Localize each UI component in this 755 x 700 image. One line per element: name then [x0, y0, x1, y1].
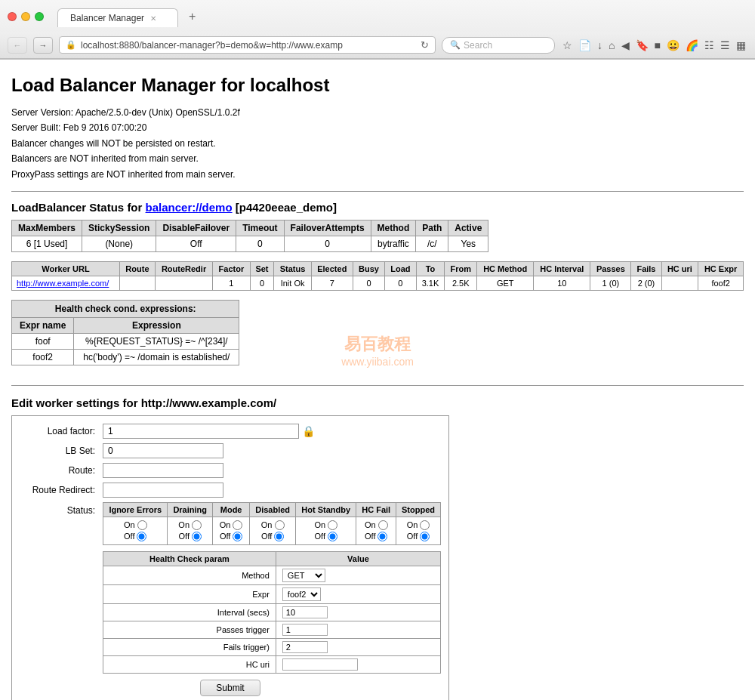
home-icon[interactable]: ⌂: [607, 38, 616, 53]
worker-factor: 1: [213, 276, 250, 290]
face-icon[interactable]: 😀: [665, 38, 681, 53]
cell-stickysession: (None): [82, 236, 156, 251]
col-stickysession: StickySession: [82, 220, 156, 236]
status-radio-row: On Off On Off: [103, 517, 441, 544]
hc-row-2: foof2 hc('body') =~ /domain is establish…: [12, 349, 239, 365]
hotstandby-on[interactable]: [328, 520, 337, 530]
sidebar-icon[interactable]: ▦: [735, 38, 747, 53]
draining-group: On Off: [174, 520, 206, 541]
back-button[interactable]: ←: [8, 37, 27, 54]
lock-icon: 🔒: [302, 425, 315, 437]
hcp-interval-input[interactable]: [282, 606, 328, 618]
col-path: Path: [416, 220, 448, 236]
worker-passes: 1 (0): [590, 276, 631, 290]
back2-icon[interactable]: ◀: [620, 38, 631, 53]
toolbar-icons: ☆ 📄 ↓ ⌂ ◀ 🔖 ■ 😀 🌈 ☷ ☰ ▦: [561, 38, 747, 53]
downloads-icon[interactable]: ↓: [596, 38, 604, 53]
hcp-method-select[interactable]: GET POST HEAD: [282, 569, 325, 582]
hotstandby-group: On Off: [302, 520, 350, 541]
reload-button[interactable]: ↻: [421, 39, 429, 51]
route-redirect-row: Route Redirect:: [20, 483, 441, 498]
sh-stopped: Stopped: [396, 502, 441, 517]
edit-title: Edit worker settings for http://www.exam…: [11, 396, 744, 409]
color-icon[interactable]: 🌈: [684, 38, 700, 53]
hcp-passes-row: Passes trigger: [103, 621, 441, 638]
mode-off[interactable]: [233, 532, 242, 541]
search-box[interactable]: 🔍 Search: [442, 37, 555, 54]
hcfail-on[interactable]: [378, 520, 388, 530]
hc-table: Expr name Expression foof %{REQUEST_STAT…: [11, 317, 239, 365]
wh-passes: Passes: [590, 261, 631, 276]
worker-from: 2.5K: [445, 276, 477, 290]
status-row: Status: Ignore Errors Draining Mode Disa…: [20, 502, 441, 674]
server-built: Server Built: Feb 9 2016 07:00:20: [11, 120, 744, 135]
hcp-interval-label: Interval (secs): [103, 603, 276, 621]
lb-set-label: LB Set:: [20, 446, 103, 456]
wh-url: Worker URL: [12, 261, 120, 276]
notice-2: Balancers are NOT inherited from main se…: [11, 151, 744, 166]
active-tab[interactable]: Balancer Manager ✕: [57, 8, 178, 27]
draining-off[interactable]: [192, 532, 202, 541]
bookmark-icon[interactable]: ☆: [561, 38, 574, 53]
ignore-errors-on[interactable]: [137, 520, 147, 530]
minimize-button[interactable]: [21, 12, 30, 21]
hcp-method-row: Method GET POST HEAD: [103, 566, 441, 584]
sh-hcfail: HC Fail: [356, 502, 396, 517]
balancer-section-title: LoadBalancer Status for balancer://demo …: [11, 201, 744, 214]
hcp-expr-select[interactable]: foof2 foof: [282, 587, 321, 601]
hcfail-group: On Off: [362, 520, 390, 541]
disabled-off[interactable]: [274, 532, 284, 541]
close-button[interactable]: [8, 12, 17, 21]
hc-param-table: Health Check param Value Method GET POST: [103, 551, 441, 674]
hcp-interval-row: Interval (secs): [103, 603, 441, 621]
draining-on[interactable]: [192, 520, 202, 530]
hcp-expr-row: Expr foof2 foof: [103, 584, 441, 603]
menu-icon[interactable]: ☰: [719, 38, 732, 53]
worker-status: Init Ok: [274, 276, 311, 290]
hcp-fails-input[interactable]: [282, 641, 328, 653]
grid-icon[interactable]: ☷: [703, 38, 716, 53]
worker-route: [120, 276, 156, 290]
history-icon[interactable]: 📄: [577, 38, 593, 53]
hotstandby-off[interactable]: [328, 532, 337, 541]
wh-route: Route: [120, 261, 156, 276]
submit-button[interactable]: Submit: [200, 680, 260, 696]
cell-disablefailover: Off: [156, 236, 236, 251]
hcp-passes-input[interactable]: [282, 624, 328, 636]
titlebar: Balancer Manager ✕ +: [0, 0, 755, 32]
hc-col-expr: Expression: [74, 317, 239, 333]
worker-url-link[interactable]: http://www.example.com/: [17, 279, 109, 288]
wh-busy: Busy: [353, 261, 384, 276]
lb-set-input[interactable]: [103, 443, 223, 458]
mode-on[interactable]: [233, 520, 242, 530]
wh-to: To: [416, 261, 445, 276]
cell-failoverattempts: 0: [284, 236, 371, 251]
wh-hcinterval: HC Interval: [534, 261, 590, 276]
address-bar[interactable]: 🔒 localhost:8880/balancer-manager?b=demo…: [59, 36, 436, 54]
hc-col-name: Expr name: [12, 317, 74, 333]
maximize-button[interactable]: [35, 12, 44, 21]
notice-3: ProxyPass settings are NOT inherited fro…: [11, 167, 744, 182]
tag-icon[interactable]: 🔖: [634, 38, 650, 53]
cell-method: bytraffic: [371, 236, 416, 251]
reading-icon[interactable]: ■: [653, 38, 662, 53]
stopped-on[interactable]: [420, 520, 430, 530]
tab-close-icon[interactable]: ✕: [150, 14, 156, 23]
new-tab-button[interactable]: +: [181, 6, 203, 27]
disabled-group: On Off: [256, 520, 289, 541]
forward-button[interactable]: →: [33, 37, 53, 54]
worker-routeredir: [155, 276, 212, 290]
worker-to: 3.1K: [416, 276, 445, 290]
wh-from: From: [445, 261, 477, 276]
route-input[interactable]: [103, 463, 223, 478]
hcp-col2: Value: [276, 551, 440, 566]
stopped-off[interactable]: [420, 532, 430, 541]
balancer-link[interactable]: balancer://demo: [146, 201, 233, 214]
hcp-hcuri-input[interactable]: [282, 658, 358, 671]
route-redirect-input[interactable]: [103, 483, 223, 498]
load-factor-input[interactable]: [103, 424, 299, 439]
ignore-errors-off[interactable]: [137, 532, 146, 541]
tab-title: Balancer Manager: [70, 13, 144, 23]
hcfail-off[interactable]: [378, 532, 387, 541]
disabled-on[interactable]: [275, 520, 285, 530]
